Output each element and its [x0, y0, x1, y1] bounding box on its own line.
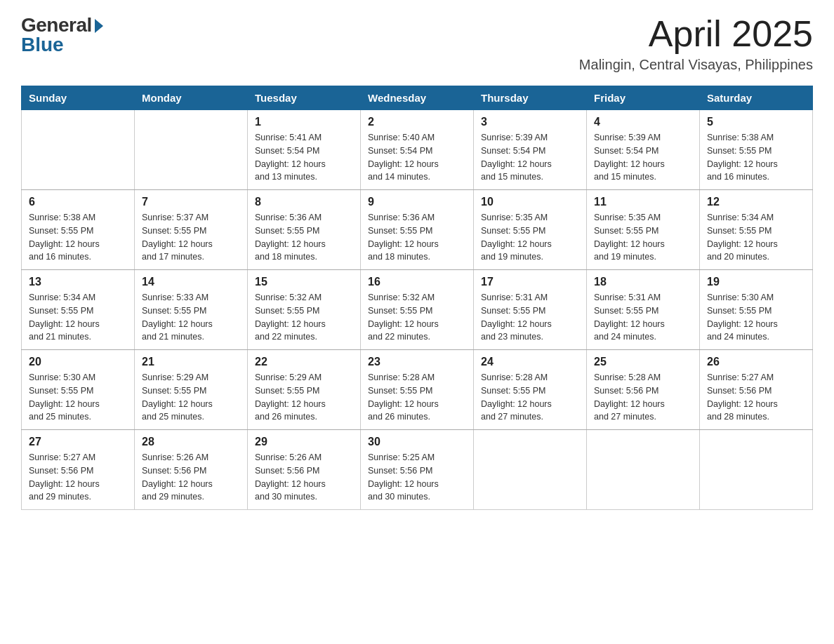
day-info: Sunrise: 5:28 AM Sunset: 5:55 PM Dayligh… — [481, 371, 579, 424]
day-number: 23 — [368, 356, 466, 368]
day-info: Sunrise: 5:38 AM Sunset: 5:55 PM Dayligh… — [707, 131, 805, 184]
day-info: Sunrise: 5:41 AM Sunset: 5:54 PM Dayligh… — [255, 131, 353, 184]
calendar-week-row: 13Sunrise: 5:34 AM Sunset: 5:55 PM Dayli… — [22, 270, 813, 350]
calendar-cell: 6Sunrise: 5:38 AM Sunset: 5:55 PM Daylig… — [22, 190, 135, 270]
day-number: 28 — [142, 436, 240, 448]
weekday-header-sunday: Sunday — [22, 86, 135, 110]
calendar-cell: 26Sunrise: 5:27 AM Sunset: 5:56 PM Dayli… — [700, 350, 813, 430]
calendar-cell: 22Sunrise: 5:29 AM Sunset: 5:55 PM Dayli… — [248, 350, 361, 430]
day-info: Sunrise: 5:28 AM Sunset: 5:56 PM Dayligh… — [594, 371, 692, 424]
calendar-cell: 24Sunrise: 5:28 AM Sunset: 5:55 PM Dayli… — [474, 350, 587, 430]
calendar-cell: 28Sunrise: 5:26 AM Sunset: 5:56 PM Dayli… — [135, 430, 248, 510]
day-number: 16 — [368, 276, 466, 288]
weekday-header-monday: Monday — [135, 86, 248, 110]
calendar-cell: 11Sunrise: 5:35 AM Sunset: 5:55 PM Dayli… — [587, 190, 700, 270]
calendar-week-row: 6Sunrise: 5:38 AM Sunset: 5:55 PM Daylig… — [22, 190, 813, 270]
day-info: Sunrise: 5:27 AM Sunset: 5:56 PM Dayligh… — [707, 371, 805, 424]
day-number: 18 — [594, 276, 692, 288]
day-number: 20 — [29, 356, 127, 368]
day-number: 13 — [29, 276, 127, 288]
day-info: Sunrise: 5:38 AM Sunset: 5:55 PM Dayligh… — [29, 211, 127, 264]
calendar-cell: 10Sunrise: 5:35 AM Sunset: 5:55 PM Dayli… — [474, 190, 587, 270]
weekday-header-wednesday: Wednesday — [361, 86, 474, 110]
calendar-title: April 2025 — [579, 14, 813, 54]
day-info: Sunrise: 5:29 AM Sunset: 5:55 PM Dayligh… — [142, 371, 240, 424]
day-info: Sunrise: 5:32 AM Sunset: 5:55 PM Dayligh… — [255, 291, 353, 344]
title-block: April 2025 Malingin, Central Visayas, Ph… — [579, 14, 813, 73]
calendar-cell: 5Sunrise: 5:38 AM Sunset: 5:55 PM Daylig… — [700, 110, 813, 190]
calendar-cell — [700, 430, 813, 510]
calendar-cell: 3Sunrise: 5:39 AM Sunset: 5:54 PM Daylig… — [474, 110, 587, 190]
calendar-cell: 16Sunrise: 5:32 AM Sunset: 5:55 PM Dayli… — [361, 270, 474, 350]
calendar-cell: 29Sunrise: 5:26 AM Sunset: 5:56 PM Dayli… — [248, 430, 361, 510]
day-info: Sunrise: 5:26 AM Sunset: 5:56 PM Dayligh… — [255, 451, 353, 504]
day-info: Sunrise: 5:31 AM Sunset: 5:55 PM Dayligh… — [594, 291, 692, 344]
calendar-cell: 12Sunrise: 5:34 AM Sunset: 5:55 PM Dayli… — [700, 190, 813, 270]
weekday-header-tuesday: Tuesday — [248, 86, 361, 110]
logo-blue-text: Blue — [21, 34, 64, 56]
calendar-header-row: SundayMondayTuesdayWednesdayThursdayFrid… — [22, 86, 813, 110]
day-number: 17 — [481, 276, 579, 288]
day-number: 1 — [255, 116, 353, 128]
day-number: 25 — [594, 356, 692, 368]
day-number: 26 — [707, 356, 805, 368]
day-info: Sunrise: 5:36 AM Sunset: 5:55 PM Dayligh… — [255, 211, 353, 264]
calendar-week-row: 27Sunrise: 5:27 AM Sunset: 5:56 PM Dayli… — [22, 430, 813, 510]
day-info: Sunrise: 5:29 AM Sunset: 5:55 PM Dayligh… — [255, 371, 353, 424]
day-number: 29 — [255, 436, 353, 448]
calendar-subtitle: Malingin, Central Visayas, Philippines — [579, 57, 813, 73]
calendar-cell: 13Sunrise: 5:34 AM Sunset: 5:55 PM Dayli… — [22, 270, 135, 350]
calendar-table: SundayMondayTuesdayWednesdayThursdayFrid… — [21, 86, 813, 510]
calendar-cell: 7Sunrise: 5:37 AM Sunset: 5:55 PM Daylig… — [135, 190, 248, 270]
day-number: 8 — [255, 196, 353, 208]
weekday-header-friday: Friday — [587, 86, 700, 110]
weekday-header-saturday: Saturday — [700, 86, 813, 110]
logo: General Blue — [21, 14, 103, 56]
calendar-cell: 30Sunrise: 5:25 AM Sunset: 5:56 PM Dayli… — [361, 430, 474, 510]
day-info: Sunrise: 5:34 AM Sunset: 5:55 PM Dayligh… — [29, 291, 127, 344]
calendar-cell — [474, 430, 587, 510]
calendar-cell: 20Sunrise: 5:30 AM Sunset: 5:55 PM Dayli… — [22, 350, 135, 430]
calendar-cell: 8Sunrise: 5:36 AM Sunset: 5:55 PM Daylig… — [248, 190, 361, 270]
page-header: General Blue April 2025 Malingin, Centra… — [21, 14, 813, 73]
calendar-cell: 9Sunrise: 5:36 AM Sunset: 5:55 PM Daylig… — [361, 190, 474, 270]
day-number: 3 — [481, 116, 579, 128]
calendar-cell — [587, 430, 700, 510]
day-number: 6 — [29, 196, 127, 208]
day-info: Sunrise: 5:35 AM Sunset: 5:55 PM Dayligh… — [481, 211, 579, 264]
day-number: 27 — [29, 436, 127, 448]
day-number: 12 — [707, 196, 805, 208]
weekday-header-thursday: Thursday — [474, 86, 587, 110]
day-info: Sunrise: 5:25 AM Sunset: 5:56 PM Dayligh… — [368, 451, 466, 504]
day-number: 21 — [142, 356, 240, 368]
day-info: Sunrise: 5:36 AM Sunset: 5:55 PM Dayligh… — [368, 211, 466, 264]
calendar-cell: 19Sunrise: 5:30 AM Sunset: 5:55 PM Dayli… — [700, 270, 813, 350]
calendar-cell: 1Sunrise: 5:41 AM Sunset: 5:54 PM Daylig… — [248, 110, 361, 190]
calendar-cell: 14Sunrise: 5:33 AM Sunset: 5:55 PM Dayli… — [135, 270, 248, 350]
calendar-week-row: 20Sunrise: 5:30 AM Sunset: 5:55 PM Dayli… — [22, 350, 813, 430]
day-info: Sunrise: 5:31 AM Sunset: 5:55 PM Dayligh… — [481, 291, 579, 344]
calendar-cell: 23Sunrise: 5:28 AM Sunset: 5:55 PM Dayli… — [361, 350, 474, 430]
calendar-cell: 17Sunrise: 5:31 AM Sunset: 5:55 PM Dayli… — [474, 270, 587, 350]
calendar-week-row: 1Sunrise: 5:41 AM Sunset: 5:54 PM Daylig… — [22, 110, 813, 190]
day-number: 30 — [368, 436, 466, 448]
day-info: Sunrise: 5:30 AM Sunset: 5:55 PM Dayligh… — [707, 291, 805, 344]
calendar-cell: 27Sunrise: 5:27 AM Sunset: 5:56 PM Dayli… — [22, 430, 135, 510]
day-info: Sunrise: 5:32 AM Sunset: 5:55 PM Dayligh… — [368, 291, 466, 344]
calendar-cell: 18Sunrise: 5:31 AM Sunset: 5:55 PM Dayli… — [587, 270, 700, 350]
day-number: 15 — [255, 276, 353, 288]
calendar-cell: 2Sunrise: 5:40 AM Sunset: 5:54 PM Daylig… — [361, 110, 474, 190]
calendar-cell: 15Sunrise: 5:32 AM Sunset: 5:55 PM Dayli… — [248, 270, 361, 350]
day-info: Sunrise: 5:40 AM Sunset: 5:54 PM Dayligh… — [368, 131, 466, 184]
calendar-cell: 25Sunrise: 5:28 AM Sunset: 5:56 PM Dayli… — [587, 350, 700, 430]
day-number: 5 — [707, 116, 805, 128]
day-number: 14 — [142, 276, 240, 288]
day-number: 24 — [481, 356, 579, 368]
day-info: Sunrise: 5:39 AM Sunset: 5:54 PM Dayligh… — [594, 131, 692, 184]
calendar-cell: 4Sunrise: 5:39 AM Sunset: 5:54 PM Daylig… — [587, 110, 700, 190]
calendar-cell — [135, 110, 248, 190]
day-number: 9 — [368, 196, 466, 208]
calendar-cell — [22, 110, 135, 190]
day-info: Sunrise: 5:37 AM Sunset: 5:55 PM Dayligh… — [142, 211, 240, 264]
day-info: Sunrise: 5:33 AM Sunset: 5:55 PM Dayligh… — [142, 291, 240, 344]
